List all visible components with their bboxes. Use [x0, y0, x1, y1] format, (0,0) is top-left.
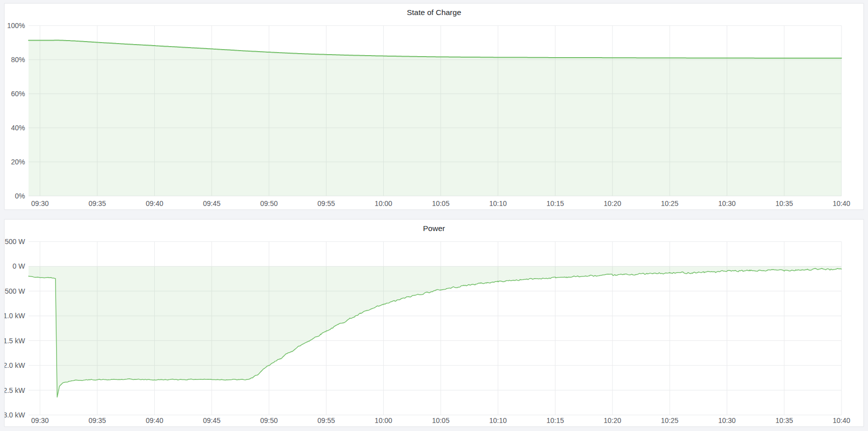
y-tick-label: -2.5 kW [5, 386, 26, 394]
y-tick-label: -1.0 kW [5, 312, 26, 320]
x-tick-label: 10:15 [546, 416, 564, 424]
x-tick-label: 10:30 [718, 199, 736, 207]
x-tick-label: 09:40 [146, 416, 163, 424]
y-tick-label: -500 W [5, 287, 26, 295]
x-tick-label: 09:30 [31, 416, 49, 424]
x-tick-label: 10:20 [604, 416, 621, 424]
x-tick-label: 10:15 [546, 199, 564, 207]
x-tick-label: 10:35 [775, 416, 793, 424]
x-tick-label: 09:45 [203, 416, 220, 424]
y-tick-label: 60% [11, 90, 25, 98]
y-tick-label: 20% [11, 158, 25, 166]
x-tick-label: 10:30 [718, 416, 736, 424]
x-tick-label: 10:25 [661, 199, 679, 207]
x-tick-label: 09:55 [318, 199, 335, 207]
panel-title-state-of-charge[interactable]: State of Charge [5, 8, 863, 17]
y-tick-label: 80% [11, 56, 25, 64]
x-tick-label: 09:50 [260, 416, 278, 424]
dashboard: State of Charge 100%80%60%40%20%0%09:300… [0, 0, 868, 431]
y-tick-label: 0 W [13, 262, 26, 270]
y-tick-label: 40% [11, 124, 25, 132]
y-tick-label: 100% [7, 22, 25, 30]
y-tick-label: 0% [15, 192, 25, 200]
plot-area[interactable] [29, 242, 841, 415]
x-tick-label: 10:25 [661, 416, 679, 424]
power-chart: 500 W0 W-500 W-1.0 kW-1.5 kW-2.0 kW-2.5 … [5, 220, 863, 426]
x-tick-label: 10:05 [432, 416, 449, 424]
plot-area[interactable] [29, 26, 841, 196]
x-tick-label: 10:20 [604, 199, 621, 207]
x-tick-label: 10:05 [432, 199, 449, 207]
x-tick-label: 09:45 [203, 199, 220, 207]
x-tick-label: 10:10 [489, 416, 507, 424]
x-tick-label: 09:40 [146, 199, 163, 207]
x-tick-label: 09:35 [89, 416, 106, 424]
panel-power: Power 500 W0 W-500 W-1.0 kW-1.5 kW-2.0 k… [4, 219, 864, 427]
panel-state-of-charge: State of Charge 100%80%60%40%20%0%09:300… [4, 3, 864, 210]
y-tick-label: -1.5 kW [5, 337, 26, 345]
x-tick-label: 09:55 [318, 416, 335, 424]
x-tick-label: 10:40 [832, 416, 850, 424]
x-tick-label: 10:35 [775, 199, 793, 207]
x-tick-label: 10:00 [375, 416, 392, 424]
x-tick-label: 10:00 [375, 199, 392, 207]
y-tick-label: 500 W [5, 238, 26, 246]
state-of-charge-chart: 100%80%60%40%20%0%09:3009:3509:4009:4509… [5, 4, 863, 209]
panel-title-power[interactable]: Power [5, 224, 863, 233]
y-tick-label: -2.0 kW [5, 361, 26, 369]
x-tick-label: 09:30 [31, 199, 49, 207]
x-tick-label: 09:50 [260, 199, 278, 207]
y-tick-label: -3.0 kW [5, 411, 26, 419]
x-tick-label: 09:35 [89, 199, 106, 207]
x-tick-label: 10:40 [832, 199, 850, 207]
x-tick-label: 10:10 [489, 199, 507, 207]
